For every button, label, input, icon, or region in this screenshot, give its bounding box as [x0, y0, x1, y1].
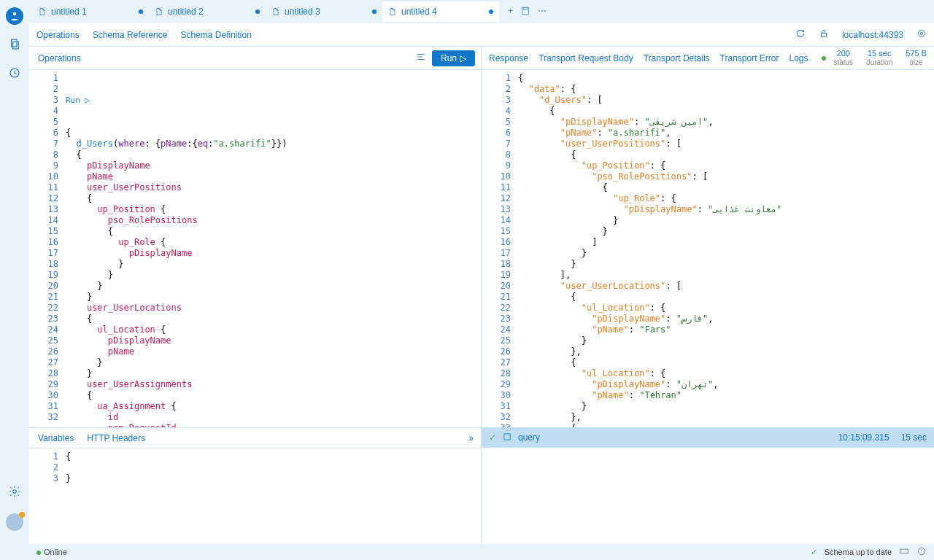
query-log-time: 10:15:09.315: [838, 432, 889, 443]
collapse-icon[interactable]: »: [468, 433, 474, 443]
query-log-empty: [482, 448, 934, 544]
query-log-duration: 15 sec: [901, 432, 927, 443]
svg-rect-10: [504, 433, 510, 439]
duration-stat: 15 secduration: [866, 49, 892, 67]
tab-bar: untitled 1untitled 2untitled 3untitled 4…: [29, 0, 934, 23]
tab-0[interactable]: untitled 1: [32, 1, 149, 22]
save-tab-icon[interactable]: [520, 6, 530, 18]
status-stat: 200status: [822, 49, 853, 67]
tab-2[interactable]: untitled 3: [266, 1, 382, 22]
endpoint-label[interactable]: localhost:44393: [842, 30, 903, 40]
more-tabs-icon[interactable]: ⋯: [538, 6, 547, 18]
format-icon[interactable]: [416, 52, 426, 64]
svg-rect-6: [524, 7, 528, 9]
size-stat: 575 Bsize: [906, 49, 927, 67]
tab-http-headers[interactable]: HTTP Headers: [87, 433, 145, 443]
op-icon: [502, 432, 512, 444]
app-logo-icon: [6, 7, 23, 25]
tab-logs[interactable]: Logs: [790, 53, 808, 63]
tab-schema-reference[interactable]: Schema Reference: [93, 30, 168, 40]
tab-variables[interactable]: Variables: [38, 433, 74, 443]
schema-status-label: Schema up to date: [825, 548, 892, 556]
history-icon[interactable]: [8, 66, 21, 82]
operations-header: Operations: [38, 53, 81, 63]
query-editor[interactable]: 1234567891011121314151617181920212223242…: [29, 70, 481, 427]
endpoint-settings-icon[interactable]: [916, 28, 927, 41]
variables-editor[interactable]: 123 { }: [29, 448, 481, 544]
response-pane: Response Transport Request Body Transpor…: [482, 47, 934, 544]
svg-point-9: [918, 30, 925, 36]
tab-request-body[interactable]: Transport Request Body: [539, 53, 633, 63]
tab-transport-error[interactable]: Transport Error: [720, 53, 779, 63]
svg-rect-5: [522, 7, 528, 14]
schema-status-icon: ✓: [811, 548, 817, 557]
query-log-label: query: [518, 432, 540, 443]
online-label: Online: [44, 548, 67, 556]
svg-rect-11: [900, 549, 908, 553]
lock-icon: [819, 28, 829, 41]
refresh-icon[interactable]: [795, 28, 806, 41]
svg-rect-1: [12, 39, 18, 47]
svg-point-0: [13, 12, 17, 16]
document-tabs: Operations Schema Reference Schema Defin…: [29, 23, 934, 47]
new-tab-icon[interactable]: +: [508, 6, 513, 18]
tab-operations[interactable]: Operations: [36, 30, 80, 40]
response-viewer[interactable]: 1234567891011121314151617181920212223242…: [482, 70, 934, 427]
run-indicator[interactable]: Run ▷: [66, 95, 481, 106]
status-bar: Online ✓ Schema up to date: [29, 544, 934, 560]
svg-rect-2: [13, 42, 19, 49]
keyboard-icon[interactable]: [899, 546, 909, 558]
tab-response[interactable]: Response: [489, 53, 528, 63]
tab-3[interactable]: untitled 4: [382, 1, 499, 22]
user-avatar[interactable]: [6, 513, 23, 531]
svg-rect-7: [821, 33, 826, 36]
tab-transport-details[interactable]: Transport Details: [644, 53, 710, 63]
online-indicator-icon: [36, 551, 41, 555]
query-log-bar[interactable]: ✓ query 10:15:09.315 15 sec: [482, 427, 934, 448]
activity-bar: [0, 0, 29, 560]
run-button[interactable]: Run ▷: [432, 50, 475, 66]
settings-icon[interactable]: [8, 485, 21, 500]
tab-1[interactable]: untitled 2: [149, 1, 266, 22]
success-icon: ✓: [489, 432, 496, 443]
svg-point-4: [13, 490, 17, 494]
svg-point-8: [920, 32, 923, 35]
documents-icon[interactable]: [8, 38, 21, 53]
feedback-icon[interactable]: [916, 546, 927, 558]
tab-schema-definition[interactable]: Schema Definition: [180, 30, 251, 40]
query-pane: Operations Run ▷ 12345678910111213141516…: [29, 47, 482, 544]
